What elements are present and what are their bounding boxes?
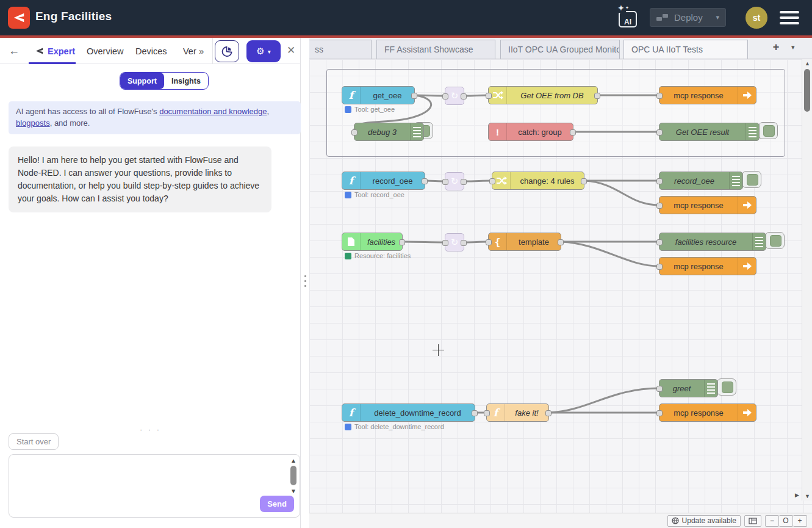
flow-tab-partial[interactable]: ss xyxy=(309,40,372,59)
add-flow-button[interactable]: + xyxy=(767,41,785,57)
port-in[interactable] xyxy=(489,178,495,184)
port-in[interactable] xyxy=(486,93,492,99)
tab-devices[interactable]: Devices xyxy=(135,38,167,64)
hamburger-menu-icon[interactable] xyxy=(780,11,799,24)
node-mcp-response-4[interactable]: mcp response xyxy=(659,403,756,422)
flow-tab-iiot-opc-ua-grouped[interactable]: IIoT OPC UA Grouped Monito xyxy=(500,40,620,59)
node-delete-downtime-record[interactable]: f delete_downtime_record xyxy=(342,403,475,422)
update-available-button[interactable]: Update available xyxy=(667,515,741,527)
close-panel-icon[interactable]: ✕ xyxy=(287,44,295,57)
ai-assistant-icon[interactable]: AI ✦ ✦ xyxy=(617,7,638,28)
port-in[interactable] xyxy=(442,179,448,185)
start-over-button[interactable]: Start over xyxy=(9,433,59,450)
node-change-4-rules[interactable]: change: 4 rules xyxy=(492,172,584,190)
port-in[interactable] xyxy=(656,129,663,136)
flow-tab-ff-assistant-showcase[interactable]: FF Assistant Showcase xyxy=(376,40,495,59)
port-out[interactable] xyxy=(570,129,576,136)
port-in[interactable] xyxy=(656,178,663,184)
assistant-message: Hello! I am here to help you get started… xyxy=(9,146,271,212)
port-out[interactable] xyxy=(461,93,467,99)
port-in[interactable] xyxy=(656,203,663,209)
send-button[interactable]: Send xyxy=(260,496,294,512)
port-in[interactable] xyxy=(656,239,663,245)
port-in[interactable] xyxy=(442,93,448,99)
node-mcp-response-3[interactable]: mcp response xyxy=(659,257,756,275)
port-out[interactable] xyxy=(545,410,552,416)
toggle-support[interactable]: Support xyxy=(120,73,164,89)
blogposts-link[interactable]: blogposts xyxy=(16,118,50,128)
port-in[interactable] xyxy=(656,93,663,99)
scroll-right-icon[interactable]: ▶ xyxy=(795,492,799,498)
node-delay[interactable]: ↻ xyxy=(445,87,464,105)
zoom-out-button[interactable]: − xyxy=(765,515,779,527)
port-out[interactable] xyxy=(411,93,417,99)
scroll-down-icon[interactable]: ▼ xyxy=(290,488,296,495)
tab-expert[interactable]: Expert xyxy=(35,38,75,64)
port-in[interactable] xyxy=(442,240,448,246)
port-out[interactable] xyxy=(472,410,478,416)
node-record-oee[interactable]: f record_oee xyxy=(342,172,425,190)
node-debug-3[interactable]: debug 3 xyxy=(354,123,424,141)
port-out[interactable] xyxy=(594,93,600,99)
port-out[interactable] xyxy=(422,178,428,184)
tab-overview[interactable]: Overview xyxy=(87,38,123,64)
insights-pie-chart-button[interactable] xyxy=(215,40,239,62)
docs-link[interactable]: documentation and knowledge xyxy=(159,107,267,116)
port-in[interactable] xyxy=(656,410,663,416)
flow-canvas[interactable]: f get_oee ↻ Get OEE from DB mcp response xyxy=(309,59,812,513)
port-in[interactable] xyxy=(486,239,492,245)
port-out[interactable] xyxy=(399,239,405,245)
tab-version-truncated[interactable]: Ver xyxy=(183,38,196,64)
port-out[interactable] xyxy=(461,240,467,246)
deploy-button[interactable]: Deploy ▾ xyxy=(650,8,726,27)
node-facilities[interactable]: facilities xyxy=(342,233,403,251)
user-avatar[interactable]: st xyxy=(746,7,767,29)
node-greet[interactable]: greet xyxy=(659,379,718,397)
panel-resize-handle[interactable] xyxy=(301,38,309,528)
navigator-toggle-button[interactable] xyxy=(744,515,761,527)
node-delay[interactable]: ↻ xyxy=(445,233,464,251)
port-in[interactable] xyxy=(351,129,357,136)
node-facilities-resource[interactable]: facilities resource xyxy=(659,233,766,251)
canvas-vertical-scrollbar[interactable]: ▲ ▼ xyxy=(802,59,812,501)
scrollbar-thumb[interactable] xyxy=(804,69,810,112)
settings-gear-button[interactable]: ⚙ ▾ xyxy=(246,40,281,62)
flow-tab-opc-ua-iiot-tests[interactable]: OPC UA IIoT Tests xyxy=(623,40,748,59)
node-mcp-response-1[interactable]: mcp response xyxy=(659,86,756,104)
scroll-down-icon[interactable]: ▼ xyxy=(805,493,810,499)
typing-indicator: · · · xyxy=(0,425,301,434)
zoom-in-button[interactable]: + xyxy=(793,515,807,527)
port-out[interactable] xyxy=(461,179,467,185)
node-catch-group[interactable]: ! catch: group xyxy=(488,123,573,141)
port-in[interactable] xyxy=(656,264,663,270)
port-out[interactable] xyxy=(581,178,587,184)
deploy-caret-icon[interactable]: ▾ xyxy=(716,13,719,21)
back-arrow-icon[interactable]: ← xyxy=(9,38,20,64)
zoom-reset-button[interactable]: O xyxy=(779,515,793,527)
debug-toggle-button[interactable] xyxy=(717,378,736,396)
debug-list-icon xyxy=(410,123,423,140)
debug-toggle-button[interactable] xyxy=(765,232,785,249)
toggle-insights[interactable]: Insights xyxy=(164,73,208,89)
port-in[interactable] xyxy=(656,386,663,392)
canvas-horizontal-scrollbar[interactable]: ▶ xyxy=(309,490,802,501)
port-in[interactable] xyxy=(484,410,490,416)
node-record-oee-debug[interactable]: record_oee xyxy=(659,172,743,190)
debug-toggle-button[interactable] xyxy=(758,122,778,139)
scroll-up-icon[interactable]: ▲ xyxy=(290,457,296,465)
debug-toggle-button[interactable] xyxy=(742,171,761,188)
message-input[interactable] xyxy=(12,457,287,515)
node-get-oee-from-db[interactable]: Get OEE from DB xyxy=(488,86,598,104)
flow-list-caret-icon[interactable]: ▾ xyxy=(791,43,795,51)
node-mcp-response-2[interactable]: mcp response xyxy=(659,196,756,214)
more-tabs-chevron-icon[interactable]: » xyxy=(199,38,203,64)
node-fake-it[interactable]: f fake it! xyxy=(486,403,549,422)
port-out[interactable] xyxy=(558,239,564,245)
node-get-oee-result[interactable]: Get OEE result xyxy=(659,123,760,141)
node-template[interactable]: { template xyxy=(488,233,561,251)
node-delay[interactable]: ↻ xyxy=(445,172,464,190)
scrollbar-thumb[interactable] xyxy=(290,466,296,485)
scroll-up-icon[interactable]: ▲ xyxy=(805,60,810,67)
status-dot-icon xyxy=(345,424,351,430)
node-get-oee[interactable]: f get_oee xyxy=(342,86,415,104)
